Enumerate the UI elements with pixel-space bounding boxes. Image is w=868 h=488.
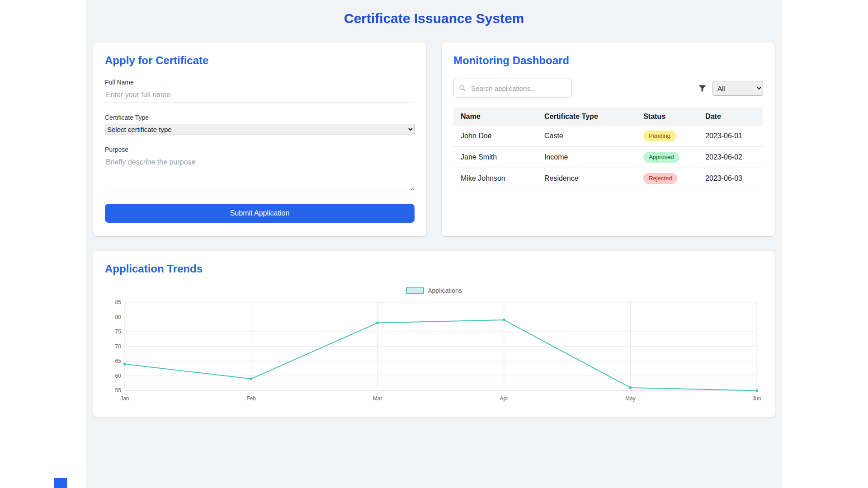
status-badge: Rejected xyxy=(643,173,677,184)
table-header-row: Name Certificate Type Status Date xyxy=(453,108,763,126)
dashboard-title: Monitoring Dashboard xyxy=(453,54,763,67)
svg-text:75: 75 xyxy=(115,328,122,335)
header-name: Name xyxy=(453,108,537,126)
search-icon xyxy=(458,84,467,92)
legend-swatch xyxy=(406,287,424,294)
trend-line-chart: 55606570758085JanFebMarAprMayJun xyxy=(105,297,763,407)
cell-name: John Doe xyxy=(453,126,537,147)
legend-label: Applications xyxy=(428,287,462,294)
header-date: Date xyxy=(698,108,763,126)
purpose-label: Purpose xyxy=(105,146,415,153)
header-status: Status xyxy=(636,108,698,126)
svg-text:Apr: Apr xyxy=(500,395,508,402)
table-row: Mike Johnson Residence Rejected 2023-06-… xyxy=(453,168,763,189)
certificate-type-field: Certificate Type Select certificate type xyxy=(105,114,415,135)
svg-text:Jun: Jun xyxy=(752,395,761,402)
filter-group: All xyxy=(698,81,763,96)
svg-text:85: 85 xyxy=(115,299,122,305)
apply-certificate-card: Apply for Certificate Full Name Certific… xyxy=(93,42,426,236)
applications-table: Name Certificate Type Status Date John D… xyxy=(453,108,763,189)
status-badge: Approved xyxy=(643,152,679,163)
cell-date: 2023-06-01 xyxy=(698,126,763,147)
full-name-label: Full Name xyxy=(105,79,415,86)
certificate-type-select[interactable]: Select certificate type xyxy=(105,124,415,135)
svg-text:Jan: Jan xyxy=(120,395,129,402)
purpose-field: Purpose xyxy=(105,146,415,193)
chart-legend[interactable]: Applications xyxy=(105,287,763,294)
trends-title: Application Trends xyxy=(105,263,763,275)
top-row: Apply for Certificate Full Name Certific… xyxy=(93,42,775,236)
purpose-textarea[interactable] xyxy=(105,156,415,191)
table-row: John Doe Caste Pending 2023-06-01 xyxy=(453,126,763,147)
cell-certificate-type: Income xyxy=(537,147,636,168)
full-name-input[interactable] xyxy=(105,89,415,103)
cell-date: 2023-06-02 xyxy=(698,147,763,168)
search-box xyxy=(453,79,572,98)
status-badge: Pending xyxy=(643,131,676,141)
certificate-type-label: Certificate Type xyxy=(105,114,415,121)
svg-text:May: May xyxy=(625,395,636,402)
full-name-field: Full Name xyxy=(105,79,415,103)
svg-text:65: 65 xyxy=(115,358,122,364)
dashboard-controls: All xyxy=(453,79,763,98)
table-row: Jane Smith Income Approved 2023-06-02 xyxy=(453,147,763,168)
cell-status: Approved xyxy=(636,147,698,168)
status-filter-select[interactable]: All xyxy=(712,81,763,96)
header-certificate-type: Certificate Type xyxy=(537,108,636,126)
cell-status: Pending xyxy=(636,126,698,147)
blue-indicator xyxy=(54,478,67,488)
search-input[interactable] xyxy=(453,79,572,98)
page-title: Certificate Issuance System xyxy=(93,11,775,26)
svg-text:70: 70 xyxy=(115,343,122,350)
submit-application-button[interactable]: Submit Application xyxy=(105,204,415,223)
monitoring-dashboard-card: Monitoring Dashboard xyxy=(442,42,775,236)
cell-certificate-type: Caste xyxy=(537,126,636,147)
svg-text:55: 55 xyxy=(115,387,122,394)
svg-text:Mar: Mar xyxy=(373,395,382,402)
svg-text:80: 80 xyxy=(115,314,122,320)
cell-date: 2023-06-03 xyxy=(698,168,763,189)
filter-funnel-icon xyxy=(698,84,707,93)
svg-text:60: 60 xyxy=(115,373,122,379)
application-trends-card: Application Trends Applications 55606570… xyxy=(93,251,775,418)
cell-certificate-type: Residence xyxy=(537,168,636,189)
apply-card-title: Apply for Certificate xyxy=(105,54,415,67)
cell-name: Jane Smith xyxy=(453,147,537,168)
svg-text:Feb: Feb xyxy=(246,395,256,402)
cell-name: Mike Johnson xyxy=(453,168,537,189)
app-container: Certificate Issuance System Apply for Ce… xyxy=(86,0,782,488)
cell-status: Rejected xyxy=(636,168,698,189)
